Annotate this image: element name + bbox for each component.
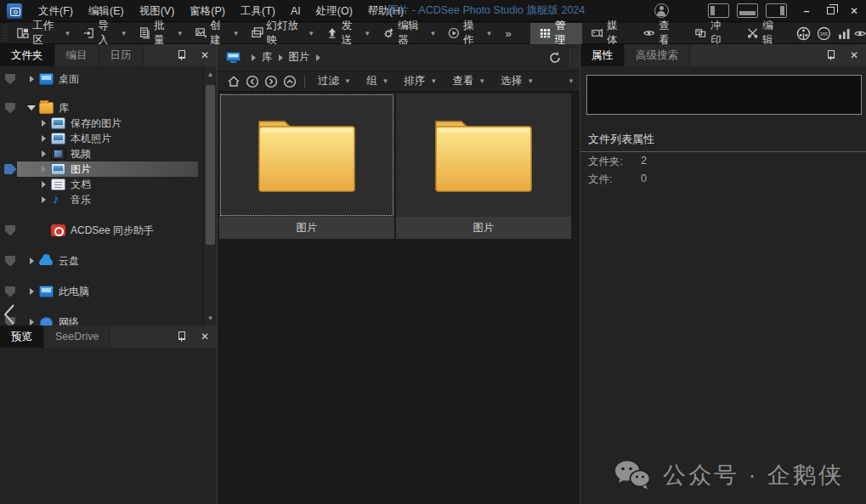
up-button[interactable]	[280, 71, 299, 92]
tree-item-library[interactable]: 库	[0, 100, 217, 116]
expand-arrow-icon[interactable]	[37, 150, 49, 157]
home-button[interactable]	[224, 71, 243, 92]
tree-item-local-photos[interactable]: 本机照片	[0, 131, 217, 146]
close-panel-button[interactable]: ✕	[842, 44, 866, 66]
quick-drag-shield-icon[interactable]	[5, 103, 15, 114]
breadcrumb-pictures[interactable]: 图片	[289, 50, 310, 65]
user-account-icon[interactable]	[654, 3, 669, 18]
minimize-button[interactable]: –	[795, 0, 818, 22]
mode-tab-manage[interactable]: 管理	[530, 23, 582, 44]
expand-arrow-icon[interactable]	[25, 288, 37, 295]
film-reel-icon[interactable]	[793, 23, 813, 44]
pane-left-toggle-button[interactable]	[708, 3, 729, 18]
tree-item-network[interactable]: 网络	[0, 314, 217, 326]
pane-bottom-toggle-button[interactable]	[737, 3, 758, 18]
toolbar-options-arrow-icon[interactable]: ▼	[568, 77, 575, 85]
sort-button[interactable]: 排序▼	[396, 71, 444, 92]
group-button[interactable]: 组▼	[359, 71, 396, 92]
workspace-button[interactable]: 工作区▼	[11, 23, 76, 44]
tab-seedrive[interactable]: SeeDrive	[44, 326, 110, 348]
import-button[interactable]: 导入▼	[77, 23, 133, 44]
scroll-down-arrow-icon[interactable]: ▼	[204, 312, 217, 324]
tab-properties[interactable]: 属性	[580, 44, 625, 66]
mode-tab-print[interactable]: 冲印	[686, 23, 738, 44]
filter-button[interactable]: 过滤▼	[310, 71, 359, 92]
tab-calendar[interactable]: 日历	[99, 44, 144, 66]
close-panel-button[interactable]: ✕	[193, 326, 217, 348]
bar-chart-icon[interactable]	[834, 23, 854, 44]
tree-item-this-pc[interactable]: 此电脑	[0, 284, 217, 299]
expand-arrow-icon[interactable]	[37, 196, 49, 203]
view-button[interactable]: 查看▼	[444, 71, 493, 92]
window-title: 图片 - ACDSee Photo Studio 旗舰版 2024	[388, 3, 585, 18]
tree-item-desktop[interactable]: 桌面	[0, 71, 217, 87]
expand-arrow-icon[interactable]	[25, 76, 37, 82]
expand-arrow-icon[interactable]	[37, 181, 49, 188]
refresh-button[interactable]	[544, 47, 566, 69]
pin-panel-button[interactable]	[169, 326, 193, 348]
view-toolbar: 过滤▼ 组▼ 排序▼ 查看▼ 选择▼ ▼	[218, 71, 580, 92]
quick-drag-shield-icon[interactable]	[5, 74, 15, 85]
quick-drag-shield-icon[interactable]	[5, 256, 15, 267]
pane-right-toggle-button[interactable]	[766, 3, 787, 18]
quick-drag-shield-icon[interactable]	[5, 286, 15, 297]
edit-tools-icon	[747, 26, 758, 40]
expand-arrow-icon[interactable]	[37, 120, 49, 127]
folder-thumbnail[interactable]	[219, 93, 394, 217]
mode-tab-view[interactable]: 查看	[634, 23, 686, 44]
actions-button[interactable]: 操作▼	[442, 23, 498, 44]
folder-tile-pictures-2[interactable]: 图片	[396, 93, 571, 239]
editor-button[interactable]: 编辑器▼	[376, 23, 442, 44]
tree-item-documents[interactable]: 文档	[0, 177, 217, 192]
toolbar-overflow-button[interactable]: »	[500, 27, 516, 40]
badge-365-icon[interactable]: 365	[813, 23, 834, 44]
expand-arrow-icon[interactable]	[37, 166, 49, 173]
eye-icon[interactable]	[854, 23, 866, 44]
folder-tile-pictures-1[interactable]: 图片	[219, 93, 394, 239]
toolbar-grip[interactable]	[3, 25, 8, 42]
select-button[interactable]: 选择▼	[493, 71, 541, 92]
pin-panel-button[interactable]	[818, 44, 842, 66]
send-button[interactable]: 发送▼	[320, 23, 376, 44]
tab-advanced-search[interactable]: 高级搜索	[625, 44, 690, 66]
tree-item-cloud-drive[interactable]: 云盘	[0, 253, 217, 269]
expand-arrow-icon[interactable]	[25, 258, 37, 264]
scrollbar-thumb[interactable]	[206, 85, 215, 245]
tree-item-music[interactable]: 音乐	[0, 192, 217, 207]
tab-folders[interactable]: 文件夹	[0, 44, 55, 66]
create-button[interactable]: 创建▼	[190, 23, 246, 44]
pictures-icon	[51, 117, 65, 129]
tab-preview[interactable]: 预览	[0, 326, 44, 348]
close-button[interactable]: ✕	[842, 0, 866, 22]
scroll-up-arrow-icon[interactable]: ▲	[204, 68, 217, 80]
expand-arrow-icon[interactable]	[25, 319, 37, 326]
panel-collapse-chevron[interactable]	[2, 303, 17, 326]
folder-thumbnail[interactable]	[396, 93, 571, 217]
tab-catalog[interactable]: 编目	[55, 44, 99, 66]
file-list-properties-header: 文件列表属性	[580, 132, 866, 152]
slideshow-button[interactable]: 幻灯放映▼	[246, 23, 320, 44]
back-button[interactable]	[243, 71, 262, 92]
quick-drag-shield-icon[interactable]	[5, 225, 15, 236]
tree-scrollbar[interactable]: ▲ ▼	[203, 66, 217, 326]
pin-icon	[177, 50, 185, 60]
breadcrumb-arrow-icon[interactable]	[316, 54, 320, 61]
pin-panel-button[interactable]	[169, 44, 193, 66]
tree-item-saved-pictures[interactable]: 保存的图片	[0, 116, 217, 131]
batch-button[interactable]: 批量▼	[133, 23, 190, 44]
close-panel-button[interactable]: ✕	[193, 44, 217, 66]
clipped-search-box[interactable]	[569, 48, 580, 67]
mode-tabs: 管理 媒体 查看 冲印 编辑	[530, 23, 790, 44]
collapse-arrow-icon[interactable]	[25, 105, 37, 110]
file-grid[interactable]: 图片 图片	[218, 92, 580, 504]
restore-button[interactable]	[818, 0, 842, 22]
forward-button[interactable]	[262, 71, 280, 92]
breadcrumb-library[interactable]: 库	[262, 50, 273, 65]
tree-item-videos[interactable]: 视频	[0, 146, 217, 161]
mode-tab-edit[interactable]: 编辑	[738, 23, 790, 44]
tree-item-acdsee-sync[interactable]: ACDSee 同步助手	[0, 223, 217, 238]
mode-tab-media[interactable]: 媒体	[582, 23, 634, 44]
tree-item-pictures-selected[interactable]: 图片	[0, 161, 217, 177]
expand-arrow-icon[interactable]	[37, 135, 49, 142]
left-panel-tabs: 文件夹 编目 日历 ✕	[0, 44, 217, 66]
